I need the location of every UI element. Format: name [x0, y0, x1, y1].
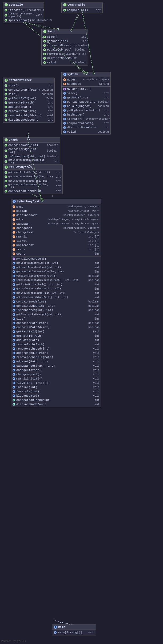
field-icon: f [13, 210, 15, 212]
list-item: a removePathById(int) void [3, 113, 54, 118]
pathcontainer-badge: I [5, 79, 8, 82]
field-icon: f [63, 83, 66, 85]
member-type: boolean [42, 93, 53, 96]
list-item: f nodes ArrayList<Integer> [62, 78, 110, 82]
member-name: changelistset() [16, 369, 92, 372]
list-item: m edgeset(Path, int) void [11, 359, 101, 364]
list-item: m samepathset(Path, int) void [11, 364, 101, 368]
field-icon: f [13, 240, 15, 242]
member-type: boolean [98, 101, 109, 103]
member-type: void [93, 360, 100, 363]
member-name: connectedBlockCount [8, 190, 55, 193]
list-item: m containsPathId(int) boolean [11, 325, 101, 329]
main-header: C Main [52, 625, 96, 630]
member-type: int [95, 335, 100, 338]
method-icon: a [43, 61, 46, 64]
member-name: getUnpleasantValue(int) [47, 53, 80, 55]
method-icon: m [13, 317, 15, 320]
member-name: containsPath(Path) [16, 321, 87, 325]
member-name: getLeastTicketPrice(int, int) [8, 171, 55, 174]
field-icon: f [13, 205, 15, 208]
member-type: void [93, 365, 100, 367]
member-name: removePath(Path) [8, 110, 47, 113]
member-type: int [95, 266, 100, 269]
method-icon: m [13, 296, 15, 299]
method-icon: a [5, 144, 7, 147]
member-name: main(String[]) [58, 631, 87, 634]
list-item: m getUnpleasantValue(int) int [62, 108, 110, 113]
method-icon: a [43, 44, 46, 47]
member-type: int [48, 106, 53, 109]
graph-box: I Graph a containsNode(int) boolean a co… [3, 137, 60, 165]
list-item: f distinctnode HashMap<Integer, Integer> [11, 213, 101, 217]
member-name: getShortestPathLength(int, int) [8, 159, 52, 164]
list-item: a compareTo(T) int [62, 8, 102, 12]
member-type: boolean [47, 150, 58, 152]
member-name: unpleasant [16, 244, 87, 247]
method-icon: m [13, 292, 15, 294]
member-name: trans [16, 248, 87, 251]
member-type: boolean [75, 61, 86, 64]
list-item: a iterator() Iterator<T> [3, 8, 44, 12]
member-name: isConnectedInPathSequence(Path[], int, i… [16, 279, 87, 282]
method-icon: a [5, 84, 7, 87]
watermark: Powered by yFiles [1, 640, 26, 643]
member-name: nodes [67, 78, 82, 81]
member-name: removePathById(int) [16, 347, 92, 350]
iterable-name: Iterable [9, 3, 23, 6]
list-item: m getLeastTransferCount(int, int) int [11, 265, 101, 270]
method-icon: m [63, 122, 66, 125]
main-name: Main [58, 626, 65, 629]
comparable-name: Comparable [67, 3, 85, 6]
method-icon: a [5, 175, 7, 178]
property-icon: p [13, 403, 15, 406]
constructor-icon: c [13, 258, 15, 260]
member-type: int [96, 9, 101, 12]
member-name: hashcode [67, 82, 98, 86]
member-type: ArrayList<Integer> [83, 78, 109, 81]
member-name: getPathId(Path) [16, 334, 94, 338]
member-name: matrixinitial() [16, 377, 92, 380]
list-item: m removeprehandle(Path) void [11, 355, 101, 359]
member-type: ArrayList<Integer> [74, 231, 100, 234]
iterable-box: I Iterable a iterator() Iterator<T> a fo… [3, 2, 44, 23]
member-name: changelist [16, 231, 73, 234]
member-type: boolean [42, 89, 53, 91]
method-icon: m [13, 343, 15, 346]
member-name: getUnpleasantValue(int, int) [8, 180, 55, 182]
member-name: matrix [16, 235, 87, 238]
member-name: containsNode(int) [67, 100, 97, 103]
iterable-badge: I [5, 3, 8, 6]
member-type: boolean [88, 279, 100, 282]
pathcontainer-body: a size() int a containsPath(Path) boolea… [3, 83, 54, 122]
member-name: getTicketPrice(Path[], int, int) [16, 283, 94, 286]
member-name: MyRailwaySystem() [16, 257, 98, 260]
list-item: m removePath(Path) int [11, 342, 101, 347]
myrailwaysystem-box: C MyRailwaySystem f pmap HashMap<Path, I… [11, 199, 101, 407]
method-icon: a [5, 150, 7, 152]
list-item: m main(String[]) void [52, 630, 96, 635]
list-item: m blockupdate() void [11, 394, 101, 398]
member-name: getUnpleasantValue(Path, int, int) [16, 292, 94, 294]
mypath-header: C MyPath [62, 72, 110, 77]
member-type: void [93, 386, 100, 389]
list-item: m containsPathSequence(Path[]) boolean [11, 274, 101, 278]
list-item: f pidmap HashMap<Integer, Path> [11, 209, 101, 213]
list-item: a getShortestPathLength(int, int) int [3, 159, 60, 164]
member-type: int [56, 190, 61, 193]
member-type: int [81, 40, 86, 43]
member-type: int [95, 317, 100, 320]
member-type: int [95, 339, 100, 342]
method-icon: m [63, 101, 66, 103]
field-icon: f [63, 78, 66, 81]
member-name: addPath(Path) [8, 105, 47, 109]
list-item: a getNode(int) int [42, 39, 88, 43]
member-type: Iterator<T> [27, 9, 45, 12]
member-type: int [81, 36, 86, 39]
member-name: removePathById(int) [8, 114, 45, 117]
field-icon: f [13, 218, 15, 221]
list-item: m getUnpleasantValue(Path, int, int) int [11, 291, 101, 295]
list-item: p distinctNodeCount int [11, 402, 101, 407]
member-type: void [93, 347, 100, 350]
member-name: getLeastUnpleasantValue(int, int) [8, 183, 55, 189]
